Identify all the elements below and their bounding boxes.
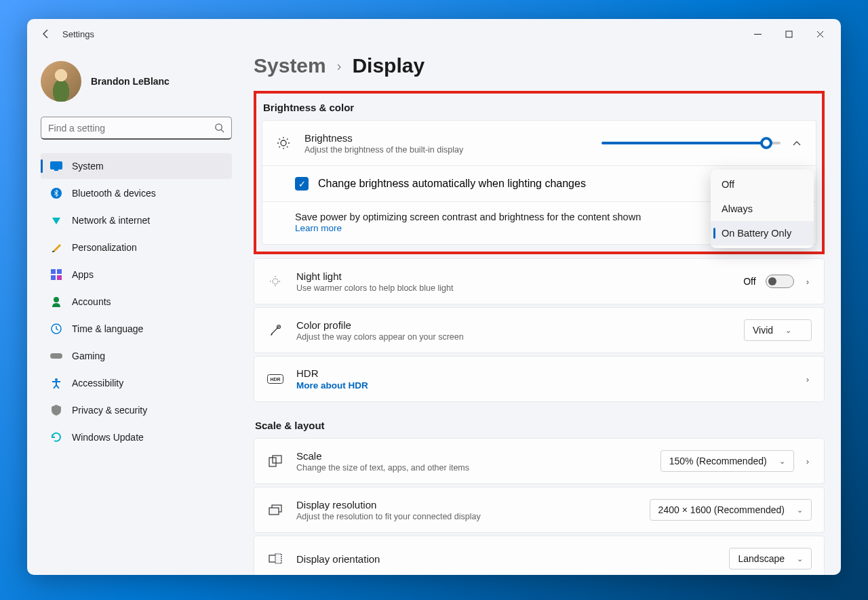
system-icon <box>50 160 62 172</box>
minimize-button[interactable] <box>742 23 773 45</box>
chevron-down-icon: ⌄ <box>797 506 803 515</box>
personalization-icon <box>50 241 62 254</box>
sidebar-item-time[interactable]: Time & language <box>41 316 232 342</box>
gaming-icon <box>50 350 62 362</box>
svg-rect-10 <box>51 275 56 280</box>
svg-line-24 <box>279 146 281 148</box>
nightlight-icon <box>267 275 284 288</box>
svg-line-21 <box>279 139 281 140</box>
scale-card[interactable]: Scale Change the size of text, apps, and… <box>254 438 825 484</box>
orientation-card[interactable]: Display orientation Landscape⌄ <box>254 536 825 575</box>
svg-rect-9 <box>57 269 62 274</box>
maximize-button[interactable] <box>773 23 804 45</box>
hdr-icon: HDR <box>267 374 284 384</box>
brightness-icon <box>275 136 292 150</box>
breadcrumb-current: Display <box>352 54 425 77</box>
sidebar-item-bluetooth[interactable]: Bluetooth & devices <box>41 180 232 206</box>
auto-brightness-checkbox[interactable]: ✓ <box>295 177 309 191</box>
sidebar-item-accessibility[interactable]: Accessibility <box>41 370 232 396</box>
slider-thumb[interactable] <box>760 137 772 149</box>
dropdown-option-off[interactable]: Off <box>711 172 814 197</box>
sidebar-item-label: Network & internet <box>72 215 150 226</box>
sidebar-item-update[interactable]: Windows Update <box>41 424 232 450</box>
hdr-link[interactable]: More about HDR <box>296 380 791 391</box>
accessibility-icon <box>50 377 62 389</box>
accounts-icon <box>50 296 62 308</box>
sidebar-item-system[interactable]: System <box>41 153 232 179</box>
chevron-down-icon: ⌄ <box>785 326 791 335</box>
resolution-icon <box>267 504 284 515</box>
network-icon <box>50 214 62 226</box>
brightness-row[interactable]: Brightness Adjust the brightness of the … <box>262 121 816 165</box>
colorprofile-card[interactable]: Color profile Adjust the way colors appe… <box>254 307 825 353</box>
sidebar-item-accounts[interactable]: Accounts <box>41 289 232 315</box>
titlebar: Settings <box>27 19 841 49</box>
svg-line-22 <box>287 146 288 148</box>
sidebar-item-privacy[interactable]: Privacy & security <box>41 397 232 423</box>
orientation-select[interactable]: Landscape⌄ <box>729 548 812 569</box>
brightness-slider[interactable] <box>601 142 781 144</box>
window-controls <box>742 23 835 45</box>
scale-sub: Change the size of text, apps, and other… <box>296 463 648 473</box>
resolution-sub: Adjust the resolution to fit your connec… <box>296 512 637 521</box>
section-scale-layout: Scale & layout <box>255 420 825 431</box>
dropdown-option-always[interactable]: Always <box>711 197 814 221</box>
chevron-down-icon: ⌄ <box>779 457 785 466</box>
svg-rect-8 <box>51 269 56 274</box>
hdr-title: HDR <box>296 367 791 379</box>
svg-rect-7 <box>52 251 54 252</box>
colorprofile-title: Color profile <box>296 319 732 331</box>
colorprofile-sub: Adjust the way colors appear on your scr… <box>296 332 732 342</box>
auto-brightness-label: Change brightness automatically when lig… <box>318 178 586 190</box>
search-input[interactable] <box>48 123 214 134</box>
sidebar-item-label: Time & language <box>72 323 143 334</box>
sidebar-item-personalization[interactable]: Personalization <box>41 235 232 260</box>
sidebar-item-label: System <box>72 161 104 172</box>
sidebar-item-label: Personalization <box>72 242 137 253</box>
svg-rect-36 <box>269 508 279 515</box>
nightlight-state: Off <box>743 276 755 287</box>
svg-rect-38 <box>275 554 281 563</box>
close-button[interactable] <box>804 23 835 45</box>
sidebar-item-gaming[interactable]: Gaming <box>41 343 232 369</box>
svg-point-2 <box>216 124 222 130</box>
resolution-card[interactable]: Display resolution Adjust the resolution… <box>254 487 825 533</box>
dropdown-option-battery[interactable]: On Battery Only <box>711 221 814 245</box>
sidebar-item-apps[interactable]: Apps <box>41 262 232 287</box>
resolution-title: Display resolution <box>296 499 637 511</box>
scale-select[interactable]: 150% (Recommended)⌄ <box>660 450 794 472</box>
app-title: Settings <box>62 29 94 39</box>
sidebar-item-network[interactable]: Network & internet <box>41 207 232 233</box>
chevron-up-icon[interactable] <box>790 138 804 148</box>
svg-rect-11 <box>57 275 62 280</box>
user-profile[interactable]: Brandon LeBlanc <box>41 54 232 115</box>
back-button[interactable] <box>33 20 60 47</box>
power-save-text: Save power by optimizing screen contrast… <box>295 212 641 222</box>
svg-point-16 <box>281 140 286 146</box>
scale-title: Scale <box>296 450 648 462</box>
user-name: Brandon LeBlanc <box>91 76 170 87</box>
chevron-right-icon: › <box>337 58 342 74</box>
resolution-select[interactable]: 2400 × 1600 (Recommended)⌄ <box>650 499 812 521</box>
search-box[interactable] <box>41 117 232 140</box>
search-icon <box>214 123 224 133</box>
power-save-dropdown: Off Always On Battery Only <box>711 169 814 248</box>
svg-rect-5 <box>54 169 58 171</box>
hdr-card[interactable]: HDR HDR More about HDR › <box>254 356 825 402</box>
breadcrumb-parent[interactable]: System <box>254 54 326 77</box>
nightlight-toggle[interactable] <box>766 275 794 288</box>
colorprofile-select[interactable]: Vivid⌄ <box>744 319 812 341</box>
breadcrumb: System › Display <box>254 54 825 77</box>
nightlight-title: Night light <box>296 271 731 282</box>
learn-more-link[interactable]: Learn more <box>295 223 342 233</box>
chevron-right-icon[interactable]: › <box>804 454 812 469</box>
section-brightness-color: Brightness & color <box>263 102 816 113</box>
svg-rect-14 <box>50 353 62 359</box>
chevron-right-icon[interactable]: › <box>804 372 812 387</box>
nightlight-card[interactable]: Night light Use warmer colors to help bl… <box>254 258 825 304</box>
brightness-title: Brightness <box>304 132 589 144</box>
sidebar-item-label: Privacy & security <box>72 405 147 416</box>
orientation-title: Display orientation <box>296 553 717 565</box>
chevron-right-icon[interactable]: › <box>804 274 812 289</box>
main-content: System › Display Brightness & color Brig… <box>237 49 841 575</box>
